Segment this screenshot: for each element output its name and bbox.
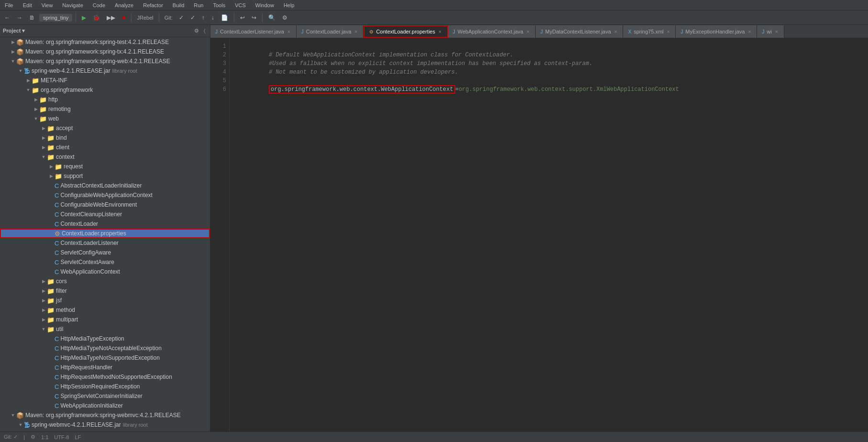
recent-button[interactable]: 🗎 xyxy=(27,13,37,22)
tree-item-method[interactable]: ▶ 📁 method xyxy=(0,305,210,315)
tree-item-spring-web[interactable]: ▼ 📦 Maven: org.springframework:spring-we… xyxy=(0,56,210,66)
code-area[interactable]: # Default WebApplicationContext implemen… xyxy=(230,38,868,431)
tree-item-HttpMediaTypeNotAcceptableException[interactable]: ▶ C HttpMediaTypeNotAcceptableException xyxy=(0,343,210,353)
tab-close-WebApplicationContext[interactable]: × xyxy=(526,29,530,35)
redo-button[interactable]: ↪ xyxy=(249,13,259,22)
menu-help[interactable]: Help xyxy=(282,2,297,9)
sidebar-tree[interactable]: ▶ 📦 Maven: org.springframework:spring-te… xyxy=(0,37,210,431)
tree-item-filter[interactable]: ▶ 📁 filter xyxy=(0,286,210,296)
run-button[interactable]: ▶ xyxy=(79,13,88,22)
back-button[interactable]: ← xyxy=(2,13,12,22)
tree-item-ContextCleanupListener[interactable]: ▶ C ContextCleanupListener xyxy=(0,210,210,219)
status-git: Git: ✓ xyxy=(4,434,18,440)
tree-item-context[interactable]: ▼ 📁 context xyxy=(0,152,210,162)
menu-refactor[interactable]: Refactor xyxy=(141,2,165,9)
tree-item-client[interactable]: ▶ 📁 client xyxy=(0,143,210,152)
tab-close-ContextLoader-properties[interactable]: × xyxy=(438,29,442,35)
menu-view[interactable]: View xyxy=(40,2,55,9)
tree-item-multipart[interactable]: ▶ 📁 multipart xyxy=(0,315,210,324)
tab-close-ContextLoader[interactable]: × xyxy=(354,29,359,35)
tree-item-HttpMediaTypeNotSupportedException[interactable]: ▶ C HttpMediaTypeNotSupportedException xyxy=(0,353,210,363)
tree-item-util[interactable]: ▼ 📁 util xyxy=(0,324,210,334)
tree-item-ServletContextAware[interactable]: ▶ C ServletContextAware xyxy=(0,257,210,267)
menu-file[interactable]: File xyxy=(3,2,15,9)
tree-item-WebApplicationInitializer[interactable]: ▶ C WebApplicationInitializer xyxy=(0,401,210,410)
tree-item-spring-tx[interactable]: ▶ 📦 Maven: org.springframework:spring-tx… xyxy=(0,47,210,56)
tree-item-HttpRequestHandler[interactable]: ▶ C HttpRequestHandler xyxy=(0,363,210,372)
menu-edit[interactable]: Edit xyxy=(21,2,34,9)
tree-item-web[interactable]: ▼ 📁 web xyxy=(0,114,210,123)
build-button[interactable]: ▶▶ xyxy=(104,13,118,22)
git-push-button[interactable]: ↑ xyxy=(199,13,207,22)
undo-button[interactable]: ↩ xyxy=(238,13,247,22)
git-pull-button[interactable]: ↓ xyxy=(209,13,217,22)
menu-tools[interactable]: Tools xyxy=(211,2,227,9)
tab-WebApplicationContext[interactable]: J WebApplicationContext.java × xyxy=(448,25,536,38)
tab-spring75[interactable]: X spring75.xml × xyxy=(623,25,676,38)
tab-label-MyExceptionHandler: MyExceptionHandler.java xyxy=(685,29,745,34)
tree-item-ConfigurableWebApplicationContext[interactable]: ▶ C ConfigurableWebApplicationContext xyxy=(0,190,210,200)
tab-close-MyExceptionHandler[interactable]: × xyxy=(747,29,752,35)
debug-button[interactable]: 🐞 xyxy=(90,13,102,22)
tab-MyExceptionHandler[interactable]: J MyExceptionHandler.java × xyxy=(676,25,757,38)
tree-item-HttpMediaTypeException[interactable]: ▶ C HttpMediaTypeException xyxy=(0,334,210,343)
arrow-method: ▶ xyxy=(40,308,47,312)
tree-item-ContextLoader[interactable]: ▶ C ContextLoader xyxy=(0,219,210,229)
git-update-button[interactable]: ✓ xyxy=(176,13,186,22)
arrow-org-springframework: ▼ xyxy=(25,88,32,92)
menu-analyze[interactable]: Analyze xyxy=(113,2,135,9)
menu-build[interactable]: Build xyxy=(171,2,186,9)
search-everywhere-button[interactable]: 🔍 xyxy=(266,13,278,22)
tab-ContextLoaderListener[interactable]: J ContextLoaderListener.java × xyxy=(210,25,297,38)
menu-run[interactable]: Run xyxy=(192,2,205,9)
tab-close-ContextLoaderListener[interactable]: × xyxy=(286,29,291,35)
project-selector[interactable]: spring_tiny xyxy=(39,14,72,22)
tree-item-support[interactable]: ▶ 📁 support xyxy=(0,171,210,181)
tab-ContextLoader-properties[interactable]: ⚙ ContextLoader.properties × xyxy=(363,25,448,38)
sidebar-settings-button[interactable]: ⚙ xyxy=(193,27,200,34)
tab-MyDataContextListener[interactable]: J MyDataContextListener.java × xyxy=(536,25,623,38)
tree-item-ServletConfigAware[interactable]: ▶ C ServletConfigAware xyxy=(0,248,210,257)
tree-item-ConfigurableWebEnvironment[interactable]: ▶ C ConfigurableWebEnvironment xyxy=(0,200,210,210)
tree-item-ContextLoaderListener[interactable]: ▶ C ContextLoaderListener xyxy=(0,238,210,248)
tree-item-cors[interactable]: ▶ 📁 cors xyxy=(0,276,210,286)
icon-spring-webmvc: 📦 xyxy=(16,412,24,419)
stop-button[interactable]: ■ xyxy=(120,13,128,22)
tree-item-spring-test[interactable]: ▶ 📦 Maven: org.springframework:spring-te… xyxy=(0,37,210,47)
tab-ContextLoader[interactable]: J ContextLoader.java × xyxy=(297,25,364,38)
tree-item-spring-webmvc-jar[interactable]: ▼ 🗜 spring-webmvc-4.2.1.RELEASE.jar libr… xyxy=(0,420,210,430)
arrow-cors: ▶ xyxy=(40,279,47,284)
tree-item-SpringServletContainerInitializer[interactable]: ▶ C SpringServletContainerInitializer xyxy=(0,391,210,401)
tab-close-MyDataContextListener[interactable]: × xyxy=(614,29,618,35)
tree-item-ContextLoader-properties[interactable]: ▶ ⚙ ContextLoader.properties xyxy=(0,229,210,238)
tab-close-spring75[interactable]: × xyxy=(666,29,670,35)
menu-navigate[interactable]: Navigate xyxy=(60,2,85,9)
tab-close-wi[interactable]: × xyxy=(774,29,779,35)
label-spring-test: Maven: org.springframework:spring-test:4… xyxy=(25,39,169,45)
forward-button[interactable]: → xyxy=(14,13,25,22)
tree-item-WebApplicationContext[interactable]: ▶ C WebApplicationContext xyxy=(0,267,210,276)
tree-item-org-springframework[interactable]: ▼ 📁 org.springframework xyxy=(0,85,210,95)
tree-item-accept[interactable]: ▶ 📁 accept xyxy=(0,123,210,133)
menu-code[interactable]: Code xyxy=(91,2,107,9)
git-stash-button[interactable]: 📄 xyxy=(219,13,231,22)
sidebar-pin-button[interactable]: 〈 xyxy=(202,27,207,34)
tree-item-HttpSessionRequiredException[interactable]: ▶ C HttpSessionRequiredException xyxy=(0,382,210,391)
tab-wi[interactable]: J wi × xyxy=(757,25,784,38)
tree-item-HttpRequestMethodNotSupportedException[interactable]: ▶ C HttpRequestMethodNotSupportedExcepti… xyxy=(0,372,210,382)
class-icon-ConfigurableWebEnvironment: C xyxy=(55,201,59,209)
tree-item-remoting[interactable]: ▶ 📁 remoting xyxy=(0,104,210,114)
arrow-spring-web-jar: ▼ xyxy=(17,68,24,73)
tree-item-jsf[interactable]: ▶ 📁 jsf xyxy=(0,296,210,305)
tree-item-AbstractContextLoaderInitializer[interactable]: ▶ C AbstractContextLoaderInitializer xyxy=(0,181,210,190)
tree-item-meta-inf[interactable]: ▶ 📁 META-INF xyxy=(0,76,210,85)
settings-button[interactable]: ⚙ xyxy=(280,13,290,22)
menu-vcs[interactable]: VCS xyxy=(233,2,248,9)
menu-window[interactable]: Window xyxy=(253,2,276,9)
tree-item-spring-webmvc[interactable]: ▼ 📦 Maven: org.springframework:spring-we… xyxy=(0,410,210,420)
tree-item-bind[interactable]: ▶ 📁 bind xyxy=(0,133,210,143)
tree-item-request[interactable]: ▶ 📁 request xyxy=(0,162,210,171)
tree-item-spring-web-jar[interactable]: ▼ 🗜 spring-web-4.2.1.RELEASE.jar library… xyxy=(0,66,210,76)
tree-item-http[interactable]: ▶ 📁 http xyxy=(0,95,210,104)
git-commit-button[interactable]: ✓ xyxy=(188,13,198,22)
